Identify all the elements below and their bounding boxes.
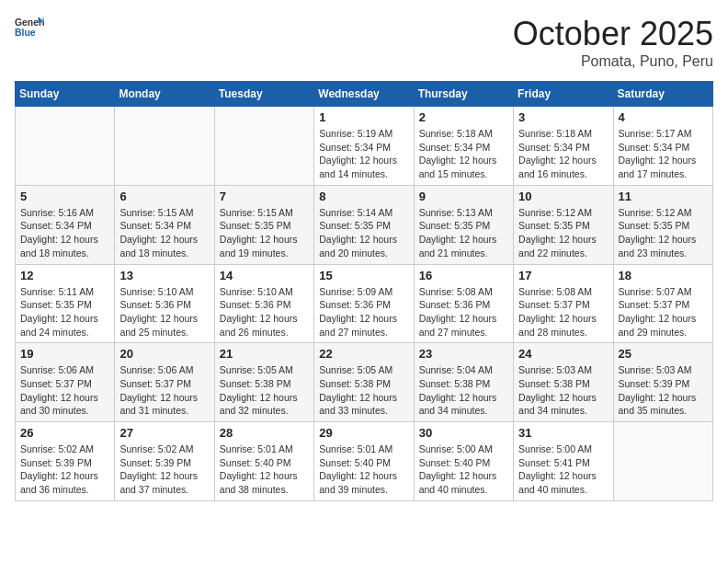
day-number: 30 <box>419 426 508 440</box>
day-header-thursday: Thursday <box>414 82 513 107</box>
calendar-cell: 11Sunrise: 5:12 AM Sunset: 5:35 PM Dayli… <box>613 185 712 264</box>
calendar-table: SundayMondayTuesdayWednesdayThursdayFrid… <box>15 81 713 501</box>
calendar-cell: 30Sunrise: 5:00 AM Sunset: 5:40 PM Dayli… <box>414 422 513 501</box>
day-info: Sunrise: 5:01 AM Sunset: 5:40 PM Dayligh… <box>319 442 408 497</box>
day-info: Sunrise: 5:18 AM Sunset: 5:34 PM Dayligh… <box>518 127 608 181</box>
day-number: 2 <box>419 110 508 124</box>
location-subtitle: Pomata, Puno, Peru <box>513 53 713 70</box>
day-info: Sunrise: 5:06 AM Sunset: 5:37 PM Dayligh… <box>119 363 209 418</box>
day-info: Sunrise: 5:18 AM Sunset: 5:34 PM Dayligh… <box>419 127 508 181</box>
day-number: 17 <box>518 269 608 282</box>
day-number: 19 <box>20 347 109 361</box>
calendar-week-3: 12Sunrise: 5:11 AM Sunset: 5:35 PM Dayli… <box>16 264 713 343</box>
day-number: 10 <box>518 190 608 203</box>
day-number: 18 <box>619 269 708 282</box>
day-info: Sunrise: 5:19 AM Sunset: 5:34 PM Dayligh… <box>319 127 408 181</box>
day-number: 21 <box>220 347 309 361</box>
calendar-cell: 16Sunrise: 5:08 AM Sunset: 5:36 PM Dayli… <box>414 264 513 343</box>
calendar-cell: 12Sunrise: 5:11 AM Sunset: 5:35 PM Dayli… <box>16 264 115 343</box>
day-number: 4 <box>619 110 708 124</box>
day-info: Sunrise: 5:00 AM Sunset: 5:40 PM Dayligh… <box>419 442 508 497</box>
logo-icon: General Blue <box>15 15 44 40</box>
day-number: 23 <box>419 347 508 361</box>
calendar-cell: 24Sunrise: 5:03 AM Sunset: 5:38 PM Dayli… <box>514 343 613 422</box>
day-header-wednesday: Wednesday <box>314 82 414 107</box>
day-number: 5 <box>20 190 109 203</box>
calendar-cell: 4Sunrise: 5:17 AM Sunset: 5:34 PM Daylig… <box>613 107 712 186</box>
day-info: Sunrise: 5:08 AM Sunset: 5:36 PM Dayligh… <box>419 285 508 339</box>
day-header-friday: Friday <box>514 82 613 107</box>
day-number: 11 <box>619 190 708 203</box>
day-number: 14 <box>220 269 309 282</box>
calendar-cell <box>16 107 115 186</box>
calendar-week-4: 19Sunrise: 5:06 AM Sunset: 5:37 PM Dayli… <box>16 343 713 422</box>
day-number: 29 <box>319 426 408 440</box>
calendar-cell: 8Sunrise: 5:14 AM Sunset: 5:35 PM Daylig… <box>314 185 414 264</box>
calendar-cell: 27Sunrise: 5:02 AM Sunset: 5:39 PM Dayli… <box>115 422 214 501</box>
calendar-cell: 18Sunrise: 5:07 AM Sunset: 5:37 PM Dayli… <box>613 264 712 343</box>
calendar-week-2: 5Sunrise: 5:16 AM Sunset: 5:34 PM Daylig… <box>16 185 713 264</box>
calendar-week-5: 26Sunrise: 5:02 AM Sunset: 5:39 PM Dayli… <box>16 422 713 501</box>
day-number: 28 <box>220 426 309 440</box>
calendar-cell: 23Sunrise: 5:04 AM Sunset: 5:38 PM Dayli… <box>414 343 513 422</box>
day-info: Sunrise: 5:16 AM Sunset: 5:34 PM Dayligh… <box>20 206 109 260</box>
calendar-cell: 22Sunrise: 5:05 AM Sunset: 5:38 PM Dayli… <box>314 343 414 422</box>
day-header-monday: Monday <box>115 82 214 107</box>
month-title: October 2025 <box>513 15 713 53</box>
day-number: 26 <box>20 426 109 440</box>
svg-text:Blue: Blue <box>15 28 36 38</box>
day-info: Sunrise: 5:10 AM Sunset: 5:36 PM Dayligh… <box>119 285 209 339</box>
day-info: Sunrise: 5:15 AM Sunset: 5:34 PM Dayligh… <box>119 206 209 260</box>
day-info: Sunrise: 5:02 AM Sunset: 5:39 PM Dayligh… <box>119 442 209 497</box>
day-info: Sunrise: 5:02 AM Sunset: 5:39 PM Dayligh… <box>20 442 109 497</box>
calendar-cell: 3Sunrise: 5:18 AM Sunset: 5:34 PM Daylig… <box>514 107 613 186</box>
day-number: 16 <box>419 269 508 282</box>
day-info: Sunrise: 5:05 AM Sunset: 5:38 PM Dayligh… <box>319 363 408 418</box>
calendar-cell: 29Sunrise: 5:01 AM Sunset: 5:40 PM Dayli… <box>314 422 414 501</box>
day-info: Sunrise: 5:06 AM Sunset: 5:37 PM Dayligh… <box>20 363 109 418</box>
calendar-cell: 7Sunrise: 5:15 AM Sunset: 5:35 PM Daylig… <box>214 185 313 264</box>
title-block: October 2025 Pomata, Puno, Peru <box>513 15 713 70</box>
day-number: 24 <box>518 347 608 361</box>
day-info: Sunrise: 5:05 AM Sunset: 5:38 PM Dayligh… <box>220 363 309 418</box>
day-info: Sunrise: 5:01 AM Sunset: 5:40 PM Dayligh… <box>220 442 309 497</box>
day-info: Sunrise: 5:03 AM Sunset: 5:38 PM Dayligh… <box>518 363 608 418</box>
calendar-cell: 14Sunrise: 5:10 AM Sunset: 5:36 PM Dayli… <box>214 264 313 343</box>
day-number: 15 <box>319 269 408 282</box>
day-header-tuesday: Tuesday <box>214 82 313 107</box>
calendar-cell: 25Sunrise: 5:03 AM Sunset: 5:39 PM Dayli… <box>613 343 712 422</box>
day-info: Sunrise: 5:08 AM Sunset: 5:37 PM Dayligh… <box>518 285 608 339</box>
day-number: 20 <box>119 347 209 361</box>
logo: General Blue <box>15 15 44 40</box>
day-number: 22 <box>319 347 408 361</box>
day-info: Sunrise: 5:13 AM Sunset: 5:35 PM Dayligh… <box>419 206 508 260</box>
calendar-cell: 21Sunrise: 5:05 AM Sunset: 5:38 PM Dayli… <box>214 343 313 422</box>
calendar-cell: 10Sunrise: 5:12 AM Sunset: 5:35 PM Dayli… <box>514 185 613 264</box>
calendar-cell: 20Sunrise: 5:06 AM Sunset: 5:37 PM Dayli… <box>115 343 214 422</box>
day-info: Sunrise: 5:04 AM Sunset: 5:38 PM Dayligh… <box>419 363 508 418</box>
day-header-sunday: Sunday <box>16 82 115 107</box>
page-header: General Blue October 2025 Pomata, Puno, … <box>15 15 713 70</box>
day-info: Sunrise: 5:03 AM Sunset: 5:39 PM Dayligh… <box>619 363 708 418</box>
calendar-cell: 31Sunrise: 5:00 AM Sunset: 5:41 PM Dayli… <box>514 422 613 501</box>
day-number: 27 <box>119 426 209 440</box>
calendar-cell: 19Sunrise: 5:06 AM Sunset: 5:37 PM Dayli… <box>16 343 115 422</box>
day-info: Sunrise: 5:00 AM Sunset: 5:41 PM Dayligh… <box>518 442 608 497</box>
day-info: Sunrise: 5:12 AM Sunset: 5:35 PM Dayligh… <box>518 206 608 260</box>
calendar-header-row: SundayMondayTuesdayWednesdayThursdayFrid… <box>16 82 713 107</box>
day-number: 8 <box>319 190 408 203</box>
day-info: Sunrise: 5:11 AM Sunset: 5:35 PM Dayligh… <box>20 285 109 339</box>
day-header-saturday: Saturday <box>613 82 712 107</box>
day-number: 31 <box>518 426 608 440</box>
day-number: 12 <box>20 269 109 282</box>
calendar-cell: 5Sunrise: 5:16 AM Sunset: 5:34 PM Daylig… <box>16 185 115 264</box>
calendar-cell: 28Sunrise: 5:01 AM Sunset: 5:40 PM Dayli… <box>214 422 313 501</box>
day-number: 7 <box>220 190 309 203</box>
calendar-cell: 15Sunrise: 5:09 AM Sunset: 5:36 PM Dayli… <box>314 264 414 343</box>
day-number: 25 <box>619 347 708 361</box>
calendar-cell: 2Sunrise: 5:18 AM Sunset: 5:34 PM Daylig… <box>414 107 513 186</box>
day-info: Sunrise: 5:14 AM Sunset: 5:35 PM Dayligh… <box>319 206 408 260</box>
day-number: 6 <box>119 190 209 203</box>
day-info: Sunrise: 5:10 AM Sunset: 5:36 PM Dayligh… <box>220 285 309 339</box>
day-number: 9 <box>419 190 508 203</box>
